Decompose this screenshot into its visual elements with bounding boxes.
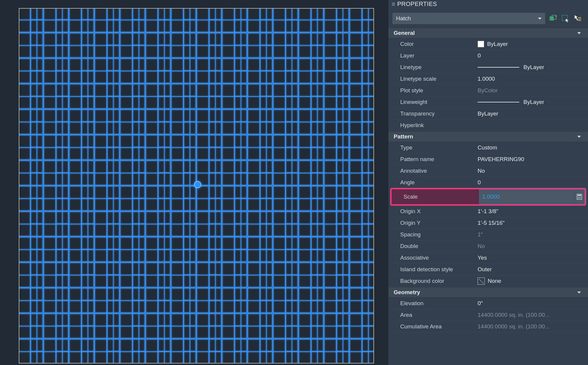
prop-cumulative-area: Cumulative Area 14400.0000 sq. in. (100.… bbox=[388, 321, 588, 333]
quick-select-icon[interactable] bbox=[574, 14, 582, 23]
prop-origin-y[interactable]: Origin Y 1'-5 15/16" bbox=[388, 217, 588, 229]
prop-elevation[interactable]: Elevation 0" bbox=[388, 298, 588, 309]
prop-transparency[interactable]: Transparency ByLayer bbox=[388, 108, 588, 120]
prop-plot-style: Plot style ByColor bbox=[388, 85, 588, 96]
panel-grip-icon[interactable] bbox=[392, 3, 395, 6]
svg-point-15 bbox=[578, 197, 579, 198]
color-swatch-icon bbox=[478, 41, 484, 47]
svg-rect-14 bbox=[578, 195, 581, 196]
prop-origin-x[interactable]: Origin X 1'-1 3/8" bbox=[388, 206, 588, 217]
prop-linetype-scale[interactable]: Linetype scale 1.0000 bbox=[388, 73, 588, 85]
scale-input[interactable] bbox=[479, 190, 574, 204]
panel-title: PROPERTIES bbox=[397, 1, 437, 7]
object-type-select[interactable]: Hatch bbox=[392, 13, 545, 24]
chevron-down-icon bbox=[538, 18, 542, 20]
svg-point-19 bbox=[579, 198, 580, 199]
section-geometry-header[interactable]: Geometry bbox=[388, 287, 588, 298]
panel-toolbar: Hatch + bbox=[388, 9, 588, 28]
svg-point-17 bbox=[580, 197, 581, 198]
lineweight-preview-icon bbox=[478, 102, 519, 102]
svg-text:+: + bbox=[555, 15, 557, 18]
linetype-preview-icon bbox=[478, 67, 519, 68]
prop-spacing: Spacing 1" bbox=[388, 229, 588, 241]
none-swatch-icon bbox=[478, 277, 485, 285]
svg-point-16 bbox=[579, 197, 580, 198]
svg-point-20 bbox=[580, 198, 581, 199]
properties-panel: PROPERTIES Hatch + Gener bbox=[388, 0, 588, 365]
prop-linetype[interactable]: Linetype ByLayer bbox=[388, 62, 588, 73]
drawing-canvas[interactable] bbox=[0, 0, 388, 365]
prop-lineweight[interactable]: Lineweight ByLayer bbox=[388, 96, 588, 108]
selection-grip[interactable] bbox=[194, 181, 201, 188]
select-objects-icon[interactable] bbox=[561, 14, 570, 23]
panel-body: General Color ByLayer Layer 0 Linetype B… bbox=[388, 28, 588, 365]
prop-hyperlink[interactable]: Hyperlink bbox=[388, 120, 588, 131]
prop-scale[interactable]: Scale bbox=[392, 189, 585, 204]
prop-area: Area 14400.0000 sq. in. (100.00... bbox=[388, 309, 588, 321]
prop-layer[interactable]: Layer 0 bbox=[388, 50, 588, 62]
prop-double: Double No bbox=[388, 241, 588, 252]
highlighted-scale-row: Scale bbox=[390, 188, 586, 206]
prop-annotative[interactable]: Annotative No bbox=[388, 165, 588, 177]
chevron-down-icon bbox=[577, 32, 581, 34]
section-pattern-header[interactable]: Pattern bbox=[388, 131, 588, 142]
object-type-value: Hatch bbox=[396, 15, 411, 22]
prop-angle[interactable]: Angle 0 bbox=[388, 177, 588, 188]
toggle-pickadd-icon[interactable]: + bbox=[549, 14, 557, 23]
panel-header: PROPERTIES bbox=[388, 0, 588, 9]
chevron-down-icon bbox=[577, 136, 581, 138]
quickcalc-button[interactable] bbox=[574, 190, 584, 204]
prop-associative[interactable]: Associative Yes bbox=[388, 252, 588, 264]
prop-background-color[interactable]: Background color None bbox=[388, 275, 588, 287]
svg-point-18 bbox=[578, 198, 579, 199]
prop-color[interactable]: Color ByLayer bbox=[388, 38, 588, 50]
prop-island-detection[interactable]: Island detection style Outer bbox=[388, 264, 588, 275]
chevron-down-icon bbox=[577, 291, 581, 294]
prop-pattern-name[interactable]: Pattern name PAVEHERRING90 bbox=[388, 154, 588, 165]
section-general-header[interactable]: General bbox=[388, 28, 588, 38]
calculator-icon bbox=[577, 194, 582, 200]
prop-pattern-type[interactable]: Type Custom bbox=[388, 142, 588, 154]
